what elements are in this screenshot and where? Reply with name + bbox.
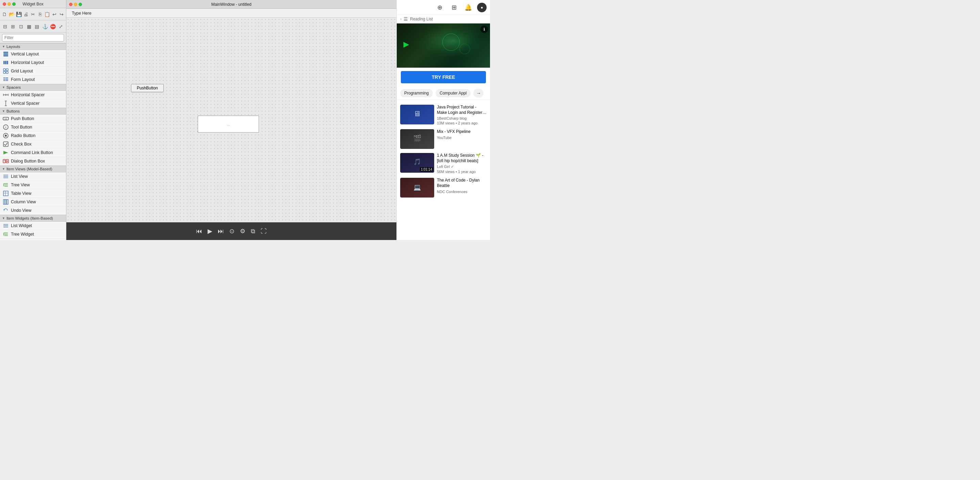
menu-type-here[interactable]: Type Here <box>69 10 94 16</box>
video-settings-btn[interactable]: ⚙ <box>240 227 245 235</box>
svg-rect-9 <box>6 71 8 73</box>
video-fullscreen-btn[interactable]: ⛶ <box>261 228 267 235</box>
widget-item-push-button[interactable]: OK Push Button <box>0 114 66 123</box>
widget-item-vertical-layout[interactable]: Vertical Layout <box>0 50 66 59</box>
yt-chip-computer-apps[interactable]: Computer Appl <box>436 89 471 97</box>
section-item-views[interactable]: ▼ Item Views (Model-Based) <box>0 166 66 172</box>
widget-item-h-spacer[interactable]: Horizontal Spacer <box>0 91 66 99</box>
table-view-label: Table View <box>11 191 31 196</box>
list-widget-label: List Widget <box>11 223 32 228</box>
video-prev-btn[interactable]: ⏮ <box>196 228 202 235</box>
yt-video-channel-3: NDC Conferences <box>437 190 487 194</box>
svg-rect-13 <box>5 79 8 79</box>
widget-item-list-view[interactable]: List View <box>0 172 66 181</box>
video-pip-btn[interactable]: ⧉ <box>251 228 255 235</box>
widget-item-table-widget[interactable]: Table Widget <box>0 239 66 240</box>
widget-item-table-view[interactable]: Table View <box>0 189 66 198</box>
radio-button-icon <box>3 133 9 139</box>
check-box-icon <box>3 141 9 147</box>
section-item-widgets[interactable]: ▼ Item Widgets (Item-Based) <box>0 215 66 222</box>
layout-anchor-btn[interactable]: ⚓ <box>41 22 49 31</box>
video-next-btn[interactable]: ⏭ <box>218 228 224 235</box>
yt-try-free-btn[interactable]: TRY FREE <box>401 71 486 83</box>
maximize-button[interactable] <box>12 2 16 6</box>
copy-btn[interactable]: ⎘ <box>37 10 43 19</box>
paste-btn[interactable]: 📋 <box>44 10 50 19</box>
undo-view-icon <box>3 208 9 214</box>
command-link-icon <box>3 150 9 156</box>
svg-rect-2 <box>3 55 8 56</box>
text-edit-widget[interactable]: ... <box>198 116 259 133</box>
widget-item-check-box[interactable]: Check Box <box>0 140 66 149</box>
cut-btn[interactable]: ✂ <box>30 10 37 19</box>
widget-item-tree-view[interactable]: Tree View <box>0 181 66 189</box>
push-button-widget[interactable]: PushButton <box>131 84 164 92</box>
open-btn[interactable]: 📂 <box>8 10 15 19</box>
mw-minimize-btn[interactable] <box>74 3 77 6</box>
layout-v-btn[interactable]: ⊟ <box>2 22 9 31</box>
yt-reading-list-bar: › ☰ Reading List <box>397 15 490 24</box>
main-window-area: MainWindow - untitled Type Here PushButt… <box>66 0 396 240</box>
yt-bell-btn[interactable]: 🔔 <box>463 2 474 13</box>
yt-video-item-3[interactable]: 💻 The Art of Code - Dylan Beattie NDC Co… <box>397 176 490 200</box>
yt-video-item-1[interactable]: 🎬 Mix - VFX Pipeline YouTube <box>397 127 490 151</box>
svg-rect-49 <box>7 200 8 204</box>
widget-item-dialog-button-box[interactable]: Dialog Button Box <box>0 157 66 166</box>
widget-item-form-layout[interactable]: Form Layout <box>0 76 66 84</box>
svg-rect-5 <box>7 61 8 64</box>
video-airplay-btn[interactable]: ⊙ <box>229 227 234 235</box>
widget-item-v-spacer[interactable]: Vertical Spacer <box>0 99 66 108</box>
section-toggle-layouts: ▼ <box>2 45 5 48</box>
video-play-btn[interactable]: ▶ <box>208 227 212 235</box>
layout-grid-btn[interactable]: ▦ <box>25 22 33 31</box>
widget-item-tree-widget[interactable]: Tree Widget <box>0 230 66 239</box>
tree-widget-icon <box>3 231 9 237</box>
close-button[interactable] <box>3 2 6 6</box>
section-spacers[interactable]: ▼ Spacers <box>0 84 66 91</box>
dialog-button-box-label: Dialog Button Box <box>11 159 45 163</box>
yt-video-item-0[interactable]: 🖥 Java Project Tutorial - Make Login and… <box>397 103 490 127</box>
yt-avatar[interactable]: ● <box>477 3 487 12</box>
section-layouts[interactable]: ▼ Layouts <box>0 43 66 50</box>
new-file-btn[interactable]: 🗋 <box>2 10 8 19</box>
print-btn[interactable]: 🖨 <box>23 10 29 19</box>
vertical-layout-icon <box>3 51 9 57</box>
section-buttons[interactable]: ▼ Buttons <box>0 108 66 114</box>
widget-item-command-link-button[interactable]: Command Link Button <box>0 149 66 157</box>
yt-featured-thumbnail[interactable]: ▶ ℹ <box>397 24 490 68</box>
traffic-lights <box>3 2 16 6</box>
layout-h-btn[interactable]: ⊞ <box>10 22 17 31</box>
undo-btn[interactable]: ↩ <box>51 10 57 19</box>
layout-form-btn[interactable]: ▤ <box>33 22 41 31</box>
yt-thumbnail-info-btn[interactable]: ℹ <box>480 25 488 33</box>
yt-add-btn[interactable]: ⊕ <box>434 2 445 13</box>
widget-item-tool-button[interactable]: T Tool Button <box>0 123 66 131</box>
layout-split-btn[interactable]: ⊡ <box>18 22 25 31</box>
mw-maximize-btn[interactable] <box>79 3 82 6</box>
widget-item-horizontal-layout[interactable]: Horizontal Layout <box>0 59 66 67</box>
widget-item-undo-view[interactable]: Undo View <box>0 206 66 215</box>
save-btn[interactable]: 💾 <box>16 10 22 19</box>
yt-chip-programming[interactable]: Programming <box>400 89 433 97</box>
widget-item-column-view[interactable]: Column View <box>0 198 66 206</box>
main-window-canvas[interactable]: PushButton ... <box>66 18 396 222</box>
break-layout-btn[interactable]: ⛔ <box>49 22 57 31</box>
mw-close-btn[interactable] <box>69 3 73 6</box>
widget-item-list-widget[interactable]: List Widget <box>0 222 66 230</box>
yt-grid-btn[interactable]: ⊞ <box>449 2 460 13</box>
yt-video-info-0: Java Project Tutorial - Make Login and R… <box>437 105 487 125</box>
push-button-label: Push Button <box>11 116 34 121</box>
svg-rect-47 <box>3 200 5 204</box>
yt-chip-more[interactable]: → <box>473 89 484 98</box>
widget-box-panel: Widget Box 🗋 📂 💾 🖨 ✂ ⎘ 📋 ↩ ↪ ⊟ ⊞ ⊡ ▦ ▤ ⚓… <box>0 0 66 240</box>
widget-item-grid-layout[interactable]: Grid Layout <box>0 67 66 76</box>
widget-item-radio-button[interactable]: Radio Button <box>0 131 66 140</box>
adjust-size-btn[interactable]: ⤢ <box>57 22 65 31</box>
filter-input[interactable] <box>2 34 64 41</box>
minimize-button[interactable] <box>8 2 11 6</box>
redo-btn[interactable]: ↪ <box>58 10 65 19</box>
yt-reading-list-label: Reading List <box>410 17 433 21</box>
yt-video-item-2[interactable]: 🎵 1:01:14 1 A.M Study Session 🌱 - [lofi … <box>397 151 490 176</box>
section-label-spacers: Spacers <box>6 86 21 89</box>
svg-rect-3 <box>3 61 5 64</box>
